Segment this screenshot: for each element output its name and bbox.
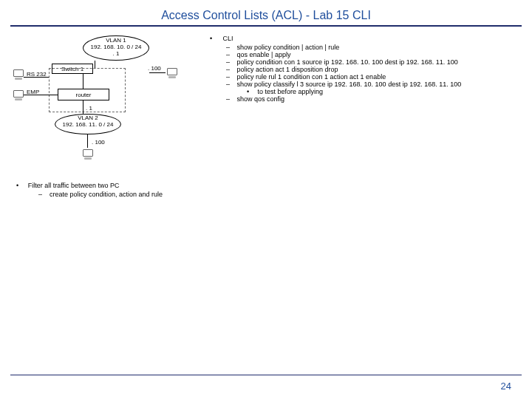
bullet-dot: • bbox=[16, 182, 18, 189]
cli-subdot: • bbox=[247, 88, 256, 95]
page-title: Access Control Lists (ACL) - Lab 15 CLI bbox=[0, 0, 532, 25]
cli-item-1: qos enable | apply bbox=[237, 51, 291, 58]
diagram-area: VLAN 1 192. 168. 10. 0 / 24 . 1 . 100 Sw… bbox=[9, 34, 201, 226]
pc-icon-top bbox=[167, 68, 177, 75]
page-number: 24 bbox=[501, 381, 511, 392]
pc-icon-emp bbox=[13, 90, 24, 98]
line-vlan1-pc bbox=[149, 72, 166, 73]
router-label: router bbox=[76, 92, 92, 98]
line-emp bbox=[24, 95, 58, 95]
filter-subtext: create policy condition, action and rule bbox=[50, 191, 163, 198]
cli-dash-2: – bbox=[226, 58, 235, 66]
title-rule bbox=[10, 25, 522, 27]
host100-top: . 100 bbox=[148, 65, 161, 72]
cli-label: CLI bbox=[223, 35, 233, 42]
host100-bottom: . 100 bbox=[92, 139, 105, 146]
cli-item-2: policy condition con 1 source ip 192. 16… bbox=[237, 58, 458, 66]
line-vlan2-pc bbox=[87, 134, 88, 148]
cli-dash-0: – bbox=[226, 44, 235, 51]
router-rect: router bbox=[58, 89, 109, 100]
cli-item-3: policy action act 1 disposition drop bbox=[237, 66, 338, 73]
line-switch-router bbox=[83, 74, 83, 89]
left-text-block: • Filter all traffic between two PC – cr… bbox=[16, 182, 186, 199]
cli-dash-1: – bbox=[226, 51, 235, 58]
vlan2-subnet: 192. 168. 11. 0 / 24 bbox=[55, 122, 120, 129]
cli-dash-5: – bbox=[226, 81, 235, 88]
filter-text: Filter all traffic between two PC bbox=[28, 182, 120, 189]
cli-dash-4: – bbox=[226, 73, 235, 81]
line-vlan1-switch bbox=[95, 61, 95, 68]
dash: – bbox=[38, 191, 42, 198]
cli-bullet: • bbox=[210, 34, 217, 44]
content-area: VLAN 1 192. 168. 10. 0 / 24 . 1 . 100 Sw… bbox=[0, 31, 532, 226]
cli-item-4: policy rule rul 1 condition con 1 action… bbox=[237, 73, 386, 81]
cli-dash-6: – bbox=[226, 95, 235, 103]
pc-icon-bottom bbox=[83, 149, 93, 157]
line-router-vlan2 bbox=[83, 100, 83, 114]
cli-block: • CLI – show policy condition | action |… bbox=[201, 34, 523, 226]
bottom-rule bbox=[10, 375, 522, 375]
vlan1-oval: VLAN 1 192. 168. 10. 0 / 24 . 1 bbox=[83, 35, 149, 61]
cli-item-6: show qos config bbox=[237, 95, 285, 103]
pc-icon-rs232 bbox=[13, 69, 24, 77]
vlan1-dot1: . 1 bbox=[83, 51, 149, 58]
vlan2-dot1: . 1 bbox=[86, 105, 92, 112]
line-rs232 bbox=[24, 77, 49, 78]
cli-item-5: show policy classify l 3 source ip 192. … bbox=[237, 81, 462, 88]
cli-dash-3: – bbox=[226, 66, 235, 73]
cli-subitem: to test before applying bbox=[258, 88, 324, 95]
cli-item-0: show policy condition | action | rule bbox=[237, 44, 340, 51]
vlan2-oval: VLAN 2 192. 168. 11. 0 / 24 bbox=[55, 114, 121, 134]
